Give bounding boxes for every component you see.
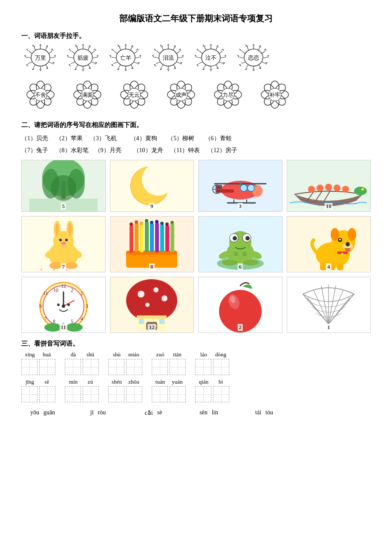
flower-item-6: 补牢 [256, 78, 294, 113]
cb-shumiao [108, 359, 142, 375]
section2: 二、请把词语的序号写在相应的图画下面。 （1）贝壳 （2）苹果 （3）飞机 （4… [21, 121, 371, 333]
img-shell: 1 [287, 277, 371, 333]
svg-line-22 [71, 62, 75, 64]
svg-rect-202 [160, 224, 164, 251]
svg-line-52 [157, 51, 160, 54]
pg-zuotian: zuótiān [152, 351, 186, 375]
svg-point-172 [342, 186, 349, 193]
svg-text:满面: 满面 [82, 92, 93, 98]
svg-text:10: 10 [53, 287, 58, 293]
pl-shumiao: shùmiáo [111, 351, 140, 358]
svg-point-230 [348, 228, 356, 241]
flower-svg-4: 成声 [162, 78, 200, 112]
img-pens: 8 [110, 216, 194, 272]
svg-rect-196 [130, 225, 133, 253]
char-box [65, 386, 81, 402]
svg-text:11: 11 [43, 290, 48, 296]
svg-text:3: 3 [86, 303, 88, 309]
svg-line-19 [88, 65, 90, 68]
svg-point-211 [160, 222, 164, 225]
pg-jingse: jīngsè [21, 379, 55, 402]
svg-line-59 [221, 57, 225, 58]
flower-row: 不舍 满面 [21, 78, 371, 113]
svg-rect-200 [150, 223, 154, 252]
svg-line-30 [134, 51, 137, 54]
images-row3: 12 1 3 4 6 7 9 11 10 2 8 5 [21, 277, 371, 333]
svg-line-38 [114, 51, 118, 54]
img-dragonboat: 10 [287, 160, 371, 212]
word-1: （1）贝壳 [21, 135, 54, 142]
pg-shumiao: shùmiáo [108, 351, 142, 375]
word-8: （8）水彩笔 [56, 147, 93, 153]
pg-shenzhou: shénzhōu [108, 379, 142, 402]
svg-text:亡羊: 亡羊 [120, 55, 131, 61]
cb-xinhua [21, 359, 55, 375]
svg-point-234 [339, 239, 341, 240]
svg-rect-197 [135, 223, 138, 252]
word-10: （10）龙舟 [133, 147, 169, 153]
sun-svg-2: 筋疲 [64, 43, 102, 73]
cb-minzu [65, 386, 99, 402]
svg-line-58 [219, 51, 222, 54]
svg-point-206 [135, 220, 138, 224]
word-2: （2）苹果 [56, 135, 89, 142]
svg-line-18 [92, 62, 95, 64]
svg-text:成声: 成声 [176, 92, 187, 98]
svg-text:力尽: 力尽 [222, 92, 233, 98]
svg-line-36 [113, 62, 117, 64]
svg-line-44 [176, 51, 180, 54]
pl-zuotian: zuótiān [154, 351, 183, 358]
img-dog: 4 [287, 216, 371, 272]
svg-point-219 [233, 236, 237, 240]
bpg-jirou: jīròu [77, 409, 119, 417]
svg-point-168 [308, 186, 315, 193]
svg-point-264 [153, 287, 159, 292]
svg-line-60 [219, 62, 223, 64]
sun-svg-4: 泪流 [149, 43, 187, 73]
char-box [152, 386, 168, 402]
char-box [126, 386, 142, 402]
bpg-youguan: yōuguān [21, 409, 64, 417]
char-box [108, 359, 124, 375]
svg-point-229 [331, 228, 339, 241]
word-6: （6）青蛙 [205, 135, 232, 142]
answer-1: 1 [326, 324, 331, 331]
sun-item-6: 恋恋 [234, 43, 273, 73]
svg-point-226 [243, 260, 259, 266]
char-box [39, 386, 55, 402]
svg-rect-199 [145, 222, 149, 252]
sun-svg-1: 万里 [21, 43, 60, 73]
answer-8: 8 [149, 263, 155, 270]
pg-laodong: láodòng [195, 351, 229, 375]
svg-rect-271 [139, 319, 144, 324]
word-4: （4）黄狗 [130, 135, 166, 142]
bpl-senlin: sēnlín [199, 409, 218, 416]
word-5: （5）柳树 [167, 135, 203, 142]
svg-line-33 [131, 65, 133, 68]
char-box [170, 386, 186, 402]
flower-svg-5: 力尽 [209, 78, 247, 112]
flower-svg-2: 满面 [68, 78, 107, 112]
char-box [213, 359, 229, 375]
svg-line-3 [50, 57, 55, 58]
pl-tuanyuan: tuányuán [154, 379, 183, 385]
cb-zuotian [152, 359, 186, 375]
svg-line-21 [76, 65, 78, 68]
char-box [83, 359, 99, 375]
flower-item-2: 满面 [68, 78, 107, 113]
images-row2: × × × 7 [21, 216, 371, 272]
section2-label: 二、请把词语的序号写在相应的图画下面。 [21, 121, 371, 129]
pl-shenzhou: shénzhōu [111, 379, 140, 385]
svg-rect-203 [165, 225, 169, 251]
sun-item-4: 泪流 [149, 43, 187, 73]
char-box [108, 386, 124, 402]
svg-line-66 [199, 51, 203, 54]
word-3: （3）飞机 [90, 135, 129, 142]
answer-5: 5 [61, 203, 66, 210]
bpg-taitou: táitóu [243, 409, 285, 417]
svg-line-51 [154, 57, 159, 58]
svg-line-177 [324, 190, 331, 201]
svg-point-209 [150, 221, 153, 224]
svg-point-221 [234, 252, 238, 256]
svg-rect-236 [320, 263, 326, 270]
